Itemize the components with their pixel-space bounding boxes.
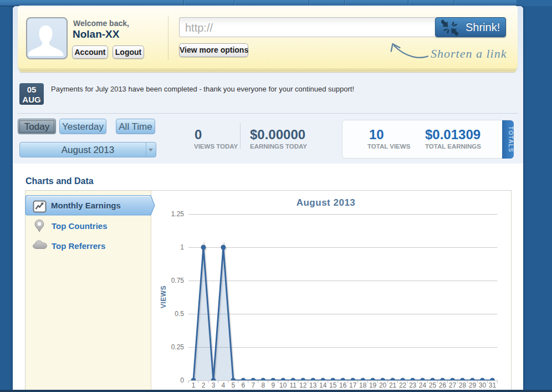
svg-text:1.25: 1.25 [171, 210, 185, 218]
svg-text:9: 9 [271, 381, 275, 389]
svg-text:16: 16 [339, 381, 347, 389]
svg-text:5: 5 [232, 381, 236, 389]
svg-text:8: 8 [261, 381, 265, 389]
svg-text:10: 10 [279, 381, 287, 389]
svg-text:25: 25 [429, 381, 437, 389]
svg-text:18: 18 [359, 381, 367, 389]
svg-text:13: 13 [309, 381, 317, 389]
svg-text:19: 19 [369, 381, 377, 389]
svg-text:26: 26 [439, 381, 447, 389]
svg-text:1: 1 [180, 243, 184, 251]
svg-text:31: 31 [489, 381, 497, 389]
svg-text:0.75: 0.75 [171, 277, 185, 284]
svg-text:20: 20 [379, 381, 387, 389]
svg-text:15: 15 [329, 381, 337, 389]
svg-text:6: 6 [242, 381, 246, 389]
svg-text:0.25: 0.25 [171, 343, 185, 351]
svg-text:27: 27 [449, 381, 457, 389]
svg-text:2: 2 [202, 381, 206, 389]
svg-text:24: 24 [419, 381, 427, 389]
svg-text:4: 4 [222, 381, 226, 389]
svg-text:0: 0 [180, 376, 184, 384]
svg-text:28: 28 [459, 381, 467, 389]
svg-text:23: 23 [409, 381, 417, 389]
svg-text:7: 7 [252, 381, 255, 389]
svg-text:29: 29 [469, 381, 477, 389]
svg-text:0.5: 0.5 [175, 310, 184, 318]
svg-text:3: 3 [212, 381, 216, 389]
svg-text:11: 11 [290, 381, 297, 389]
svg-text:14: 14 [319, 381, 327, 389]
svg-text:12: 12 [299, 381, 307, 389]
svg-text:22: 22 [399, 381, 407, 389]
svg-text:TOTALS: TOTALS [508, 126, 514, 153]
svg-text:August 2013: August 2013 [297, 197, 356, 208]
svg-text:21: 21 [389, 381, 397, 389]
svg-text:30: 30 [479, 381, 487, 389]
svg-text:1: 1 [192, 381, 196, 389]
svg-text:VIEWS: VIEWS [160, 286, 167, 308]
svg-text:17: 17 [349, 381, 357, 389]
